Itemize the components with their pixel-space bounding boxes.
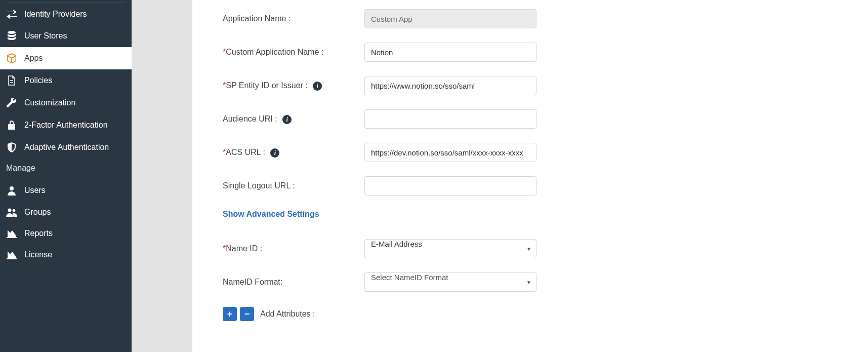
info-icon[interactable]: i — [282, 115, 292, 124]
sidebar-item-customization[interactable]: Customization — [0, 92, 132, 114]
sidebar-item-apps[interactable]: Apps — [0, 47, 132, 69]
sidebar-item-label: Identity Providers — [24, 10, 87, 19]
sidebar-item-groups[interactable]: Groups — [0, 202, 132, 223]
shield-icon — [6, 142, 17, 152]
sidebar-item-label: Reports — [24, 229, 53, 238]
sidebar-section-manage: Manage — [0, 159, 132, 178]
select-name-id[interactable]: E-Mail Address — [364, 239, 536, 258]
sidebar-item-label: Customization — [24, 98, 75, 107]
sidebar-item-identity-providers[interactable]: Identity Providers — [0, 4, 132, 25]
sidebar-item-label: Apps — [24, 54, 43, 63]
label-slo-url: Single Logout URL : — [223, 181, 364, 190]
row-add-attributes: + − Add Attributes : — [223, 307, 848, 321]
row-application-name: Application Name : — [223, 9, 848, 28]
database-icon — [6, 31, 17, 41]
add-attribute-button[interactable]: + — [223, 307, 237, 321]
wrench-icon — [6, 98, 17, 108]
sidebar-item-label: Users — [24, 186, 46, 195]
sidebar-item-policies[interactable]: Policies — [0, 69, 132, 92]
label-application-name: Application Name : — [223, 14, 364, 23]
sidebar-item-license[interactable]: License — [0, 244, 132, 265]
exchange-icon — [6, 10, 17, 19]
sidebar-item-label: License — [24, 250, 52, 259]
sidebar-divider — [6, 2, 126, 3]
svg-point-4 — [8, 209, 12, 212]
sidebar: Identity Providers User Stores Apps Poli… — [0, 0, 132, 352]
info-icon[interactable]: i — [270, 148, 279, 158]
link-show-advanced-settings[interactable]: Show Advanced Settings — [223, 210, 319, 219]
sidebar-item-2fa[interactable]: 2-Factor Authentication — [0, 114, 132, 136]
sidebar-item-label: Policies — [24, 76, 52, 85]
lock-icon — [6, 120, 17, 130]
info-icon[interactable]: i — [313, 82, 322, 91]
sidebar-item-reports[interactable]: Reports — [0, 223, 132, 244]
select-nameid-format[interactable]: Select NameID Format — [364, 272, 536, 292]
sidebar-item-label: User Stores — [24, 31, 67, 41]
label-audience-uri: Audience URI : i — [223, 114, 364, 124]
group-icon — [6, 208, 17, 217]
row-nameid-format: NameID Format: Select NameID Format ▼ — [223, 272, 848, 292]
sidebar-item-users[interactable]: Users — [0, 179, 132, 202]
svg-point-3 — [10, 186, 14, 190]
label-add-attributes: Add Attributes : — [260, 309, 315, 319]
sidebar-item-adaptive-auth[interactable]: Adaptive Authentication — [0, 136, 132, 159]
row-sp-entity-id: *SP Entity ID or Issuer : i — [223, 76, 848, 95]
main-content: Application Name : *Custom Application N… — [192, 0, 868, 352]
row-name-id: *Name ID : E-Mail Address ▼ — [223, 239, 848, 258]
user-icon — [6, 185, 17, 195]
content-gutter — [132, 0, 192, 352]
input-application-name — [364, 9, 536, 28]
label-sp-entity-id: *SP Entity ID or Issuer : i — [223, 81, 364, 91]
sidebar-item-label: Groups — [24, 208, 51, 217]
input-acs-url[interactable] — [364, 143, 536, 162]
row-slo-url: Single Logout URL : — [223, 176, 848, 195]
document-icon — [6, 75, 17, 86]
chart-icon — [6, 250, 17, 259]
plus-icon: + — [227, 309, 233, 319]
remove-attribute-button[interactable]: − — [240, 307, 254, 321]
sidebar-divider — [6, 178, 126, 178]
svg-point-0 — [8, 31, 16, 34]
svg-point-5 — [13, 209, 16, 212]
input-custom-app-name[interactable] — [364, 43, 536, 62]
label-custom-app-name: *Custom Application Name : — [223, 48, 364, 57]
input-audience-uri[interactable] — [364, 109, 536, 129]
minus-icon: − — [244, 309, 250, 319]
sidebar-item-label: 2-Factor Authentication — [24, 121, 108, 130]
sidebar-item-user-stores[interactable]: User Stores — [0, 25, 132, 47]
row-audience-uri: Audience URI : i — [223, 109, 848, 129]
input-sp-entity-id[interactable] — [364, 76, 536, 95]
input-slo-url[interactable] — [364, 176, 536, 195]
sidebar-item-label: Adaptive Authentication — [24, 143, 109, 152]
box-icon — [6, 53, 17, 63]
label-name-id: *Name ID : — [223, 244, 364, 253]
row-custom-app-name: *Custom Application Name : — [223, 43, 848, 62]
row-acs-url: *ACS URL : i — [223, 143, 848, 162]
label-acs-url: *ACS URL : i — [223, 148, 364, 158]
label-nameid-format: NameID Format: — [223, 278, 364, 287]
chart-icon — [6, 229, 17, 238]
